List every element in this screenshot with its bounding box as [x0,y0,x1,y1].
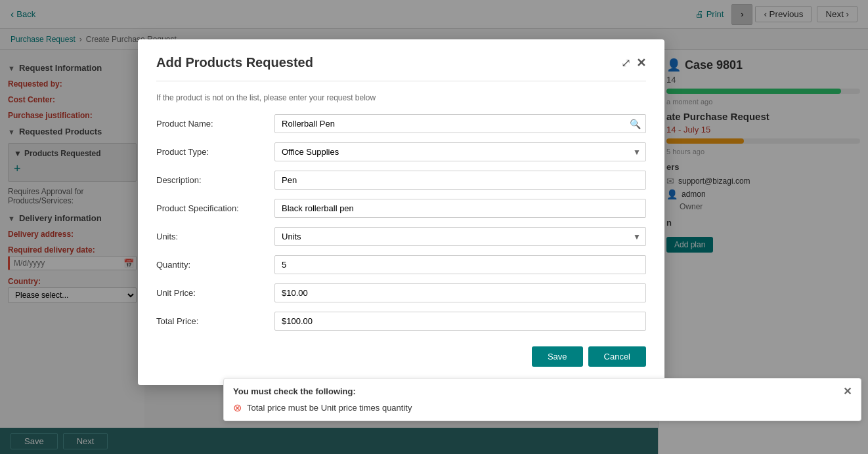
total-price-control [274,312,646,331]
modal-title: Add Products Requested [156,55,313,70]
modal-save-button[interactable]: Save [532,346,583,367]
product-spec-row: Product Specification: [156,199,646,218]
units-select[interactable]: UnitsBoxesPacksPieces [274,227,646,246]
modal-close-button[interactable]: ✕ [636,56,646,70]
quantity-control [274,255,646,274]
modal-header-actions: ⤢ ✕ [621,56,646,70]
product-name-row: Product Name: 🔍 [156,114,646,133]
modal-expand-button[interactable]: ⤢ [621,56,631,70]
toast-message: Total price must be Unit price times qua… [247,403,412,413]
error-icon: ⊗ [233,402,242,414]
quantity-row: Quantity: [156,255,646,274]
toast-close-button[interactable]: ✕ [843,385,852,398]
product-spec-label: Product Specification: [156,203,274,213]
unit-price-input[interactable] [274,283,646,302]
product-name-control: 🔍 [274,114,646,133]
description-label: Description: [156,175,274,185]
quantity-input[interactable] [274,255,646,274]
description-control [274,171,646,190]
product-name-label: Product Name: [156,119,274,129]
unit-price-row: Unit Price: [156,283,646,302]
unit-price-label: Unit Price: [156,288,274,298]
search-icon: 🔍 [630,119,641,129]
total-price-input[interactable] [274,312,646,331]
toast-header: You must check the following: ✕ [233,385,852,398]
product-type-select[interactable]: Office SuppliesIT EquipmentFurnitureOthe… [274,142,646,161]
unit-price-control [274,283,646,302]
modal-hint: If the product is not on the list, pleas… [156,93,646,102]
modal-footer: Save Cancel [156,346,646,367]
toast-notification: You must check the following: ✕ ⊗ Total … [223,378,861,421]
total-price-label: Total Price: [156,316,274,326]
modal-cancel-button[interactable]: Cancel [588,346,646,367]
description-input[interactable] [274,171,646,190]
product-type-row: Product Type: Office SuppliesIT Equipmen… [156,142,646,161]
product-spec-control [274,199,646,218]
quantity-label: Quantity: [156,260,274,270]
units-control: UnitsBoxesPacksPieces ▼ [274,227,646,246]
add-products-modal: Add Products Requested ⤢ ✕ If the produc… [138,39,664,385]
product-type-control: Office SuppliesIT EquipmentFurnitureOthe… [274,142,646,161]
product-spec-input[interactable] [274,199,646,218]
product-type-label: Product Type: [156,147,274,157]
units-label: Units: [156,232,274,241]
description-row: Description: [156,171,646,190]
product-name-input[interactable] [274,114,646,133]
modal-header: Add Products Requested ⤢ ✕ [156,55,646,70]
total-price-row: Total Price: [156,312,646,331]
toast-message-row: ⊗ Total price must be Unit price times q… [233,402,852,414]
units-row: Units: UnitsBoxesPacksPieces ▼ [156,227,646,246]
modal-divider [156,81,646,81]
